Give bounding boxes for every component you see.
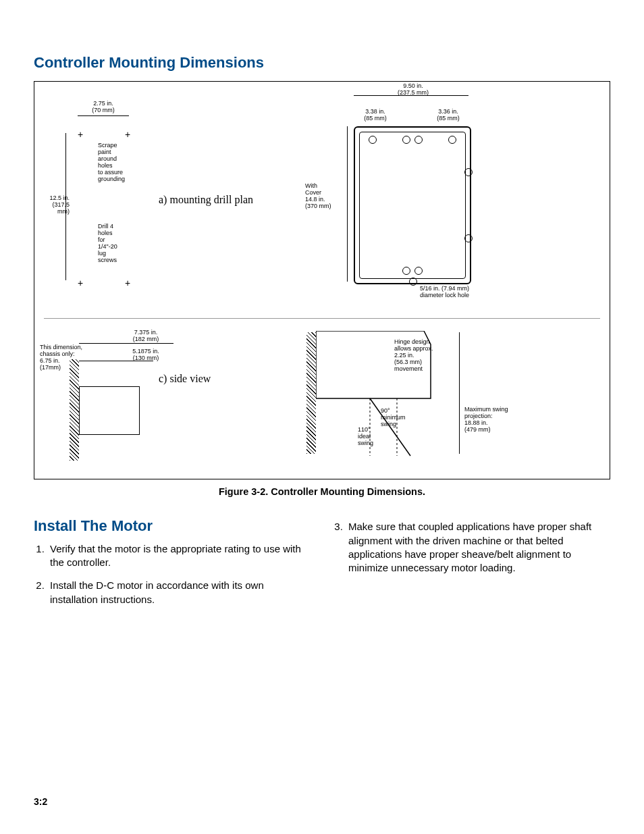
dim-b-right: 3.36 in. (85 mm): [428, 109, 468, 122]
note-d-max: Maximum swing projection: 18.88 in. (479…: [464, 407, 508, 434]
install-steps-left: Verify that the motor is the appropriate…: [34, 542, 312, 606]
subfigure-c-label: c) side view: [159, 373, 211, 385]
top-view-svg: [316, 331, 464, 459]
subfigure-d: d) top view Hinge design allows approx. …: [300, 319, 600, 467]
dim-b-side: With Cover 14.8 in. (370 mm): [305, 183, 346, 210]
body-column-right: Make sure that coupled applications have…: [332, 517, 610, 616]
subfigure-a: a) mounting drill plan + + + + 2.75 in. …: [44, 88, 300, 318]
dim-a-height: 12.5 in. (317.5 mm): [40, 195, 70, 215]
dim-b-left: 3.38 in. (85 mm): [355, 109, 396, 122]
note-a-drill: Drill 4 holes for 1/4"-20 lug screws: [98, 224, 117, 263]
step-3: Make sure that coupled applications have…: [346, 520, 610, 575]
step-1: Verify that the motor is the appropriate…: [47, 542, 312, 570]
note-a-scrape: Scrape paint around holes to assure grou…: [98, 142, 125, 182]
body-column-left: Install The Motor Verify that the motor …: [34, 517, 312, 616]
dim-a-width: 2.75 in. (70 mm): [79, 101, 128, 114]
dim-c-top: 7.375 in. (182 mm): [122, 330, 169, 343]
note-d-hinge: Hinge design allows approx. 2.25 in. (56…: [394, 339, 433, 372]
figure-3-2-caption: Figure 3-2. Controller Mounting Dimensio…: [34, 486, 610, 497]
subfigure-c: c) side view 7.375 in. (182 mm) 5.1875 i…: [44, 319, 300, 467]
install-steps-right: Make sure that coupled applications have…: [332, 520, 610, 575]
page: Controller Mounting Dimensions a) mounti…: [0, 0, 644, 834]
subfigure-b: b) overall dimensions 9.50 in. (237.5 mm…: [300, 88, 600, 318]
dim-c-mid: 5.1875 in. (130 mm): [122, 348, 169, 362]
heading-install-motor: Install The Motor: [34, 517, 312, 535]
note-c-chassis: This dimension, chassis only: 6.75 in. (…: [40, 344, 87, 371]
heading-controller-mounting: Controller Mounting Dimensions: [34, 54, 610, 72]
note-b-lock: 5/16 in. (7.94 mm) diameter lock hole: [420, 286, 469, 299]
body-columns: Install The Motor Verify that the motor …: [34, 517, 610, 616]
note-d-110: 110° ideal swing: [358, 427, 373, 447]
step-2: Install the D-C motor in accordance with…: [47, 579, 312, 606]
figure-3-2-box: a) mounting drill plan + + + + 2.75 in. …: [34, 81, 610, 479]
subfigure-a-label: a) mounting drill plan: [159, 194, 253, 206]
page-number: 3:2: [34, 796, 47, 807]
dim-b-top: 9.50 in. (237.5 mm): [386, 83, 440, 97]
note-d-90: 90° minimum swing: [381, 408, 406, 428]
